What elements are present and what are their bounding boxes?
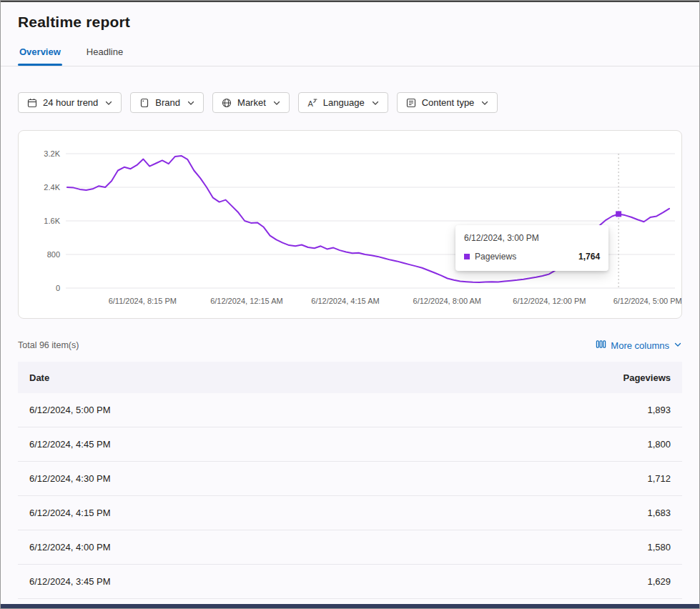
svg-text:6/12/2024, 8:00 AM: 6/12/2024, 8:00 AM <box>413 297 481 305</box>
filter-content-type[interactable]: Content type <box>397 92 498 113</box>
chevron-down-icon <box>480 99 489 107</box>
svg-text:1.6K: 1.6K <box>44 217 60 225</box>
filter-bar: 24 hour trend Brand Market A Language <box>1 92 699 113</box>
trend-chart-card: 08001.6K2.4K3.2K6/11/2024, 8:15 PM6/12/2… <box>18 130 682 319</box>
globe-icon <box>221 97 232 109</box>
table-toolbar: Total 96 item(s) More columns <box>1 339 699 352</box>
chevron-down-icon <box>187 99 195 107</box>
tooltip-value: 1,764 <box>578 252 600 262</box>
content-type-icon <box>405 97 417 109</box>
translate-icon: A <box>307 97 318 109</box>
filter-content-type-label: Content type <box>422 97 475 108</box>
cell-pageviews: 1,683 <box>647 508 671 518</box>
filter-brand[interactable]: Brand <box>130 92 204 113</box>
filter-market[interactable]: Market <box>212 92 290 113</box>
svg-text:6/12/2024, 12:00 PM: 6/12/2024, 12:00 PM <box>513 297 586 305</box>
cell-date: 6/12/2024, 4:45 PM <box>29 439 110 450</box>
cell-pageviews: 1,893 <box>647 405 671 415</box>
cell-pageviews: 1,629 <box>647 576 671 587</box>
cell-date: 6/12/2024, 5:00 PM <box>29 405 110 415</box>
chevron-down-icon <box>371 99 380 107</box>
svg-text:6/11/2024, 8:15 PM: 6/11/2024, 8:15 PM <box>109 297 177 305</box>
items-count: Total 96 item(s) <box>18 340 79 350</box>
svg-text:2.4K: 2.4K <box>44 183 60 192</box>
filter-language[interactable]: A Language <box>298 92 388 113</box>
tab-overview-label: Overview <box>19 46 61 57</box>
cell-pageviews: 1,712 <box>647 473 671 484</box>
column-header-pageviews: Pageviews <box>623 372 671 383</box>
table-row: 6/12/2024, 4:00 PM 1,580 <box>18 530 682 565</box>
tab-headline-label: Headline <box>87 46 123 57</box>
more-columns-button[interactable]: More columns <box>596 339 682 352</box>
series-swatch <box>464 254 470 259</box>
svg-text:0: 0 <box>56 284 60 292</box>
svg-text:6/12/2024, 5:00 PM: 6/12/2024, 5:00 PM <box>613 297 682 305</box>
tab-bar: Overview Headline <box>1 41 699 66</box>
cell-date: 6/12/2024, 4:30 PM <box>29 473 110 484</box>
tooltip-timestamp: 6/12/2024, 3:00 PM <box>464 233 600 243</box>
columns-icon <box>596 339 606 352</box>
cell-date: 6/12/2024, 4:15 PM <box>29 508 110 518</box>
chevron-down-icon <box>674 340 682 351</box>
more-columns-label: More columns <box>611 340 669 351</box>
table-row: 6/12/2024, 3:45 PM 1,629 <box>18 565 682 599</box>
window-bottom-edge <box>1 604 699 608</box>
cell-date: 6/12/2024, 3:45 PM <box>29 576 110 587</box>
tooltip-series-label: Pageviews <box>475 252 516 262</box>
page-header: Realtime report <box>1 2 699 31</box>
brand-icon <box>139 97 150 109</box>
cell-pageviews: 1,580 <box>647 542 671 553</box>
tab-headline[interactable]: Headline <box>85 41 124 66</box>
cell-pageviews: 1,800 <box>647 439 671 450</box>
cell-date: 6/12/2024, 4:00 PM <box>29 542 110 553</box>
column-header-date: Date <box>29 372 49 383</box>
table-row: 6/12/2024, 4:30 PM 1,712 <box>18 462 682 496</box>
svg-text:A: A <box>307 99 313 108</box>
chevron-down-icon <box>272 99 281 107</box>
chevron-down-icon <box>104 99 113 107</box>
pageviews-table: Date Pageviews 6/12/2024, 5:00 PM 1,893 … <box>1 362 699 599</box>
filter-24-hour-trend-label: 24 hour trend <box>43 97 98 108</box>
filter-brand-label: Brand <box>155 97 180 108</box>
table-row: 6/12/2024, 4:15 PM 1,683 <box>18 496 682 530</box>
tab-overview[interactable]: Overview <box>18 41 62 66</box>
chart-tooltip: 6/12/2024, 3:00 PM Pageviews 1,764 <box>455 225 608 271</box>
table-row: 6/12/2024, 4:45 PM 1,800 <box>18 427 682 462</box>
svg-text:3.2K: 3.2K <box>44 149 60 158</box>
calendar-icon <box>26 97 38 109</box>
filter-market-label: Market <box>237 97 266 108</box>
page-title: Realtime report <box>18 2 682 31</box>
svg-text:6/12/2024, 4:15 AM: 6/12/2024, 4:15 AM <box>311 297 379 305</box>
table-row: 6/12/2024, 5:00 PM 1,893 <box>18 393 682 427</box>
filter-language-label: Language <box>323 97 365 108</box>
filter-24-hour-trend[interactable]: 24 hour trend <box>18 92 122 113</box>
table-header-row: Date Pageviews <box>18 362 682 393</box>
svg-text:6/12/2024, 12:15 AM: 6/12/2024, 12:15 AM <box>210 297 283 305</box>
svg-text:800: 800 <box>47 250 60 259</box>
